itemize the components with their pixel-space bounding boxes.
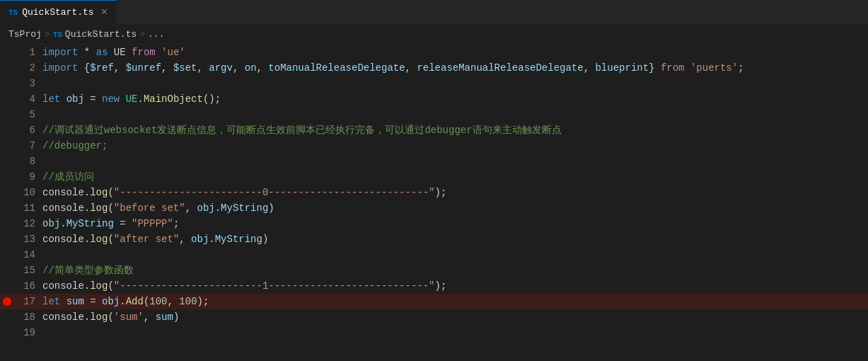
breadcrumb-file[interactable]: TS QuickStart.ts xyxy=(53,29,137,40)
table-row: 8 xyxy=(0,154,868,169)
line-num-15: 15 xyxy=(14,263,42,278)
line-num-18: 18 xyxy=(14,309,42,325)
line-num-17: 17 xyxy=(14,294,42,309)
code-line-7: //debugger; xyxy=(42,138,868,154)
line-num-9: 9 xyxy=(14,169,42,185)
tab-close-button[interactable]: × xyxy=(101,7,108,18)
table-row: 10 console.log("------------------------… xyxy=(0,185,868,200)
line-num-11: 11 xyxy=(14,200,42,216)
line-num-6: 6 xyxy=(14,122,42,138)
breakpoint-col-17 xyxy=(0,297,14,306)
line-num-3: 3 xyxy=(14,76,42,91)
table-row: 14 xyxy=(0,247,868,263)
breadcrumb-project[interactable]: TsProj xyxy=(8,29,42,40)
editor-content: 1 import * as UE from 'ue' 2 import {$re… xyxy=(0,45,868,361)
code-line-16: console.log("------------------------1--… xyxy=(42,278,868,294)
table-row: 15 //简单类型参数函数 xyxy=(0,263,868,278)
breakpoint-indicator xyxy=(3,297,11,306)
line-num-4: 4 xyxy=(14,91,42,107)
code-line-1: import * as UE from 'ue' xyxy=(42,45,868,60)
breadcrumb-sep-1: > xyxy=(45,29,50,40)
breadcrumb: TsProj > TS QuickStart.ts > ... xyxy=(0,25,868,45)
code-line-9: //成员访问 xyxy=(42,169,868,185)
breadcrumb-ts-icon: TS xyxy=(53,30,62,39)
breadcrumb-sep-2: > xyxy=(139,29,145,40)
line-num-8: 8 xyxy=(14,154,42,169)
table-row: 13 console.log("after set", obj.MyString… xyxy=(0,231,868,247)
code-line-2: import {$ref, $unref, $set, argv, on, to… xyxy=(42,60,868,76)
table-row: 9 //成员访问 xyxy=(0,169,868,185)
table-row: 11 console.log("before set", obj.MyStrin… xyxy=(0,200,868,216)
table-row: 4 let obj = new UE.MainObject(); xyxy=(0,91,868,107)
code-line-13: console.log("after set", obj.MyString) xyxy=(42,231,868,247)
code-line-18: console.log('sum', sum) xyxy=(42,309,868,325)
ts-icon: TS xyxy=(8,8,18,17)
line-num-13: 13 xyxy=(14,231,42,247)
line-num-2: 2 xyxy=(14,60,42,76)
code-line-6: //调试器通过websocket发送断点信息，可能断点生效前脚本已经执行完备，可… xyxy=(42,122,868,138)
line-num-10: 10 xyxy=(14,185,42,200)
code-line-10: console.log("------------------------0--… xyxy=(42,185,868,200)
line-num-16: 16 xyxy=(14,278,42,294)
table-row: 2 import {$ref, $unref, $set, argv, on, … xyxy=(0,60,868,76)
code-line-11: console.log("before set", obj.MyString) xyxy=(42,200,868,216)
table-row: 19 xyxy=(0,325,868,340)
editor: 1 import * as UE from 'ue' 2 import {$re… xyxy=(0,45,868,361)
code-line-4: let obj = new UE.MainObject(); xyxy=(42,91,868,107)
table-row: 1 import * as UE from 'ue' xyxy=(0,45,868,60)
line-num-7: 7 xyxy=(14,138,42,154)
table-row: 6 //调试器通过websocket发送断点信息，可能断点生效前脚本已经执行完备… xyxy=(0,122,868,138)
line-num-5: 5 xyxy=(14,107,42,122)
code-line-17: let sum = obj.Add(100, 100); xyxy=(42,294,868,309)
table-row: 18 console.log('sum', sum) xyxy=(0,309,868,325)
tab-bar: TS QuickStart.ts × xyxy=(0,0,868,25)
table-row: 16 console.log("------------------------… xyxy=(0,278,868,294)
line-num-19: 19 xyxy=(14,325,42,340)
table-row: 12 obj.MyString = "PPPPP"; xyxy=(0,216,868,231)
line-num-12: 12 xyxy=(14,216,42,231)
tab-filename: QuickStart.ts xyxy=(22,7,93,18)
code-line-15: //简单类型参数函数 xyxy=(42,263,868,278)
tab-quickstart[interactable]: TS QuickStart.ts × xyxy=(0,0,117,25)
code-line-12: obj.MyString = "PPPPP"; xyxy=(42,216,868,231)
table-row: 17 let sum = obj.Add(100, 100); xyxy=(0,294,868,309)
table-row: 3 xyxy=(0,76,868,91)
breadcrumb-ellipsis[interactable]: ... xyxy=(148,29,164,40)
table-row: 5 xyxy=(0,107,868,122)
line-num-1: 1 xyxy=(14,45,42,60)
line-num-14: 14 xyxy=(14,247,42,263)
table-row: 7 //debugger; xyxy=(0,138,868,154)
